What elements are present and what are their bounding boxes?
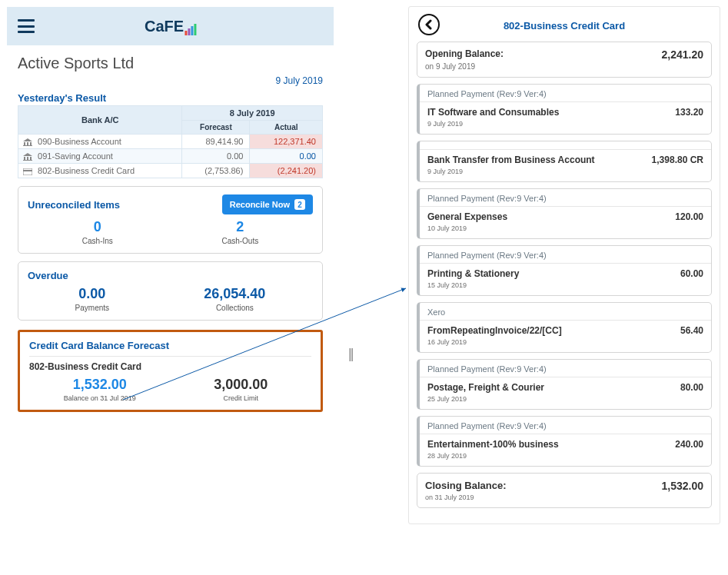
transaction-card[interactable]: Planned Payment (Rev:9 Ver:4)General Exp… [417, 188, 712, 239]
svg-rect-0 [23, 168, 32, 175]
cash-outs-value: 2 [221, 219, 258, 235]
table-row[interactable]: 802-Business Credit Card (2,753.86) (2,2… [18, 164, 323, 178]
forecast-cell: (2,753.86) [182, 164, 250, 178]
transaction-card[interactable]: Planned Payment (Rev:9 Ver:4)Postage, Fr… [417, 359, 712, 410]
table-row[interactable]: 091-Saving Account 0.00 0.00 [18, 149, 323, 164]
transaction-category: Planned Payment (Rev:9 Ver:4) [420, 417, 711, 434]
transaction-date: 28 July 2019 [427, 452, 703, 460]
reconcile-count-badge: 2 [294, 199, 305, 210]
forecast-title: Credit Card Balance Forecast [29, 340, 311, 351]
bank-icon [23, 138, 32, 146]
opening-amount: 2,241.20 [662, 48, 704, 61]
transaction-date: 16 July 2019 [427, 338, 703, 346]
transaction-amount: 56.40 [680, 325, 703, 336]
hamburger-menu-icon[interactable] [18, 19, 35, 33]
forecast-card: Credit Card Balance Forecast 802-Busines… [18, 330, 323, 412]
transaction-card[interactable]: Bank Transfer from Business Account1,398… [417, 141, 712, 182]
transaction-category: Planned Payment (Rev:9 Ver:4) [420, 85, 711, 101]
transaction-desc: Printing & Stationery [427, 268, 519, 279]
opening-date: on 9 July 2019 [425, 62, 504, 71]
col-date: 8 July 2019 [182, 106, 323, 121]
opening-label: Opening Balance: [425, 48, 504, 59]
closing-balance-card: Closing Balance: on 31 July 2019 1,532.0… [417, 473, 712, 508]
transaction-amount: 240.00 [675, 439, 703, 450]
forecast-cell: 0.00 [182, 149, 250, 164]
svg-rect-1 [23, 170, 32, 171]
cash-ins-label: Cash-Ins [82, 237, 113, 245]
collections-block[interactable]: 26,054.40 Collections [204, 286, 265, 312]
acct-name: 802-Business Credit Card [38, 166, 135, 175]
limit-value: 3,000.00 [171, 377, 312, 393]
cash-ins-value: 0 [82, 219, 113, 235]
detail-title: 802-Business Credit Card [504, 20, 625, 32]
arrow-left-icon [424, 19, 434, 30]
overdue-card: Overdue 0.00 Payments 26,054.40 Collecti… [18, 261, 323, 321]
transaction-category [420, 141, 711, 149]
limit-block[interactable]: 3,000.00 Credit Limit [171, 377, 312, 402]
actual-cell: 122,371.40 [250, 135, 323, 149]
transaction-date: 9 July 2019 [427, 168, 703, 175]
transaction-amount: 120.00 [675, 211, 703, 222]
vertical-divider-icon: || [348, 346, 352, 362]
transaction-desc: General Expenses [427, 211, 507, 222]
transaction-card[interactable]: Planned Payment (Rev:9 Ver:4)Printing & … [417, 245, 712, 296]
cash-ins-block[interactable]: 0 Cash-Ins [82, 219, 113, 245]
col-bank: Bank A/C [18, 106, 182, 135]
reconcile-now-button[interactable]: Reconcile Now 2 [222, 194, 313, 214]
transaction-desc: Entertainment-100% business [427, 439, 559, 450]
payments-block[interactable]: 0.00 Payments [75, 286, 109, 312]
transaction-date: 10 July 2019 [427, 224, 703, 232]
balance-label: Balance on 31 Jul 2019 [29, 394, 171, 402]
reconcile-label: Reconcile Now [230, 200, 290, 209]
transaction-category: Planned Payment (Rev:9 Ver:4) [420, 360, 711, 377]
actual-cell: (2,241.20) [250, 164, 323, 178]
collections-value: 26,054.40 [204, 286, 265, 302]
forecast-account: 802-Business Credit Card [29, 361, 311, 372]
closing-amount: 1,532.00 [662, 480, 704, 492]
transaction-amount: 60.00 [680, 268, 703, 279]
back-button[interactable] [418, 14, 440, 35]
card-icon [23, 168, 32, 175]
col-actual: Actual [250, 121, 323, 135]
payments-value: 0.00 [75, 286, 109, 302]
transaction-desc: IT Software and Consumables [427, 107, 559, 118]
balance-block[interactable]: 1,532.00 Balance on 31 Jul 2019 [29, 377, 171, 402]
app-logo: CaFE [145, 18, 196, 35]
cash-outs-block[interactable]: 2 Cash-Outs [221, 219, 258, 245]
limit-label: Credit Limit [171, 394, 312, 402]
col-forecast: Forecast [182, 121, 250, 135]
report-date: 9 July 2019 [18, 75, 323, 86]
balance-value: 1,532.00 [29, 377, 171, 393]
acct-name: 090-Business Account [38, 137, 121, 146]
transaction-desc: FromRepeatingInvoice/22/[CC] [427, 325, 562, 336]
yesterday-table: Bank A/C 8 July 2019 Forecast Actual 090… [18, 105, 323, 178]
detail-panel: 802-Business Credit Card Opening Balance… [408, 6, 720, 524]
logo-text: CaFE [145, 18, 184, 35]
unreconciled-card: Unreconciled Items Reconcile Now 2 0 Cas… [18, 186, 323, 254]
bank-icon [23, 153, 32, 161]
unreconciled-title: Unreconciled Items [28, 199, 120, 211]
transaction-date: 15 July 2019 [427, 281, 703, 289]
dashboard-panel: CaFE Active Sports Ltd 9 July 2019 Yeste… [7, 7, 334, 423]
closing-label: Closing Balance: [425, 480, 506, 491]
transaction-date: 9 July 2019 [427, 120, 703, 128]
actual-cell: 0.00 [250, 149, 323, 164]
logo-bars-icon [184, 24, 196, 35]
transaction-category: Xero [420, 303, 711, 320]
transaction-card[interactable]: Planned Payment (Rev:9 Ver:4)Entertainme… [417, 416, 712, 467]
header-bar: CaFE [7, 7, 334, 45]
transaction-card[interactable]: Planned Payment (Rev:9 Ver:4)IT Software… [417, 84, 712, 135]
company-name: Active Sports Ltd [18, 55, 323, 72]
cash-outs-label: Cash-Outs [221, 237, 258, 245]
overdue-title: Overdue [28, 270, 313, 281]
transaction-desc: Bank Transfer from Business Account [427, 155, 595, 165]
table-row[interactable]: 090-Business Account 89,414.90 122,371.4… [18, 135, 323, 149]
transaction-card[interactable]: XeroFromRepeatingInvoice/22/[CC]56.4016 … [417, 302, 712, 353]
payments-label: Payments [75, 304, 109, 312]
closing-date: on 31 July 2019 [425, 494, 506, 501]
transaction-category: Planned Payment (Rev:9 Ver:4) [420, 246, 711, 263]
collections-label: Collections [204, 304, 265, 312]
transaction-amount: 1,398.80 CR [652, 155, 703, 165]
transaction-amount: 80.00 [680, 382, 703, 393]
transaction-category: Planned Payment (Rev:9 Ver:4) [420, 189, 711, 206]
